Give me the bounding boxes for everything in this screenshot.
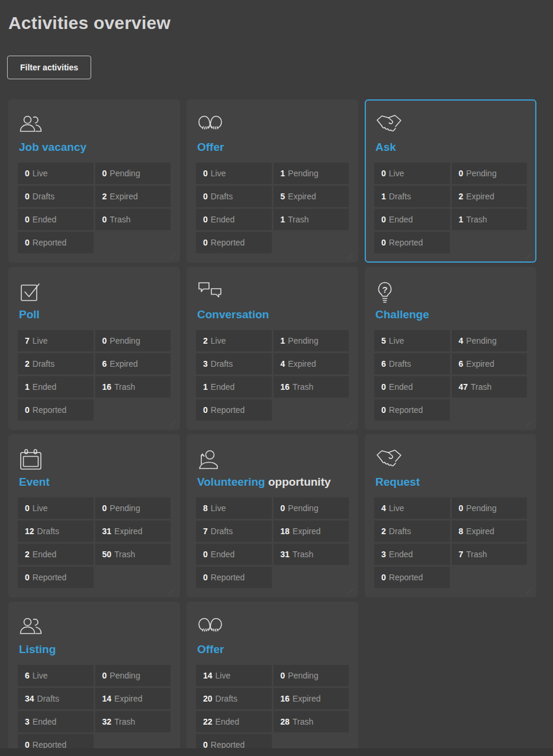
stat-expired[interactable]: 8Expired	[452, 521, 528, 542]
stat-reported[interactable]: 0Reported	[18, 232, 94, 253]
card-title[interactable]: Offer	[197, 140, 349, 154]
stat-ended[interactable]: 0Ended	[196, 544, 272, 565]
stat-pending[interactable]: 0Pending	[95, 163, 171, 184]
stat-pending[interactable]: 0Pending	[95, 497, 171, 519]
stat-ended[interactable]: 0Ended	[196, 209, 272, 230]
activity-card-offer[interactable]: Offer 0Live1Pending0Drafts5Expired0Ended…	[187, 99, 358, 263]
stat-expired[interactable]: 2Expired	[95, 186, 171, 207]
stat-ended[interactable]: 22Ended	[196, 711, 272, 732]
stat-reported[interactable]: 0Reported	[374, 567, 450, 588]
stat-expired[interactable]: 6Expired	[95, 353, 171, 374]
stat-trash[interactable]: 32Trash	[95, 711, 171, 732]
activity-card-challenge[interactable]: ? Challenge 5Live4Pending6Drafts6Expired…	[365, 267, 536, 430]
card-title[interactable]: Ask	[375, 140, 527, 154]
stat-trash[interactable]: 31Trash	[274, 544, 349, 565]
stat-live[interactable]: 8Live	[196, 497, 272, 519]
activity-card-poll[interactable]: Poll 7Live0Pending2Drafts6Expired1Ended1…	[8, 267, 180, 430]
card-title[interactable]: Request	[375, 474, 527, 489]
card-title[interactable]: Poll	[19, 307, 171, 322]
stat-ended[interactable]: 1Ended	[196, 376, 272, 398]
activity-card-request[interactable]: Request 4Live0Pending2Drafts8Expired3End…	[365, 434, 536, 597]
stat-reported[interactable]: 0Reported	[196, 399, 272, 421]
stat-trash[interactable]: 16Trash	[274, 376, 349, 398]
stat-drafts[interactable]: 34Drafts	[18, 688, 94, 709]
stat-pending[interactable]: 0Pending	[95, 330, 171, 351]
stat-live[interactable]: 4Live	[374, 497, 450, 519]
stat-expired[interactable]: 6Expired	[452, 353, 528, 374]
stat-live[interactable]: 0Live	[18, 497, 94, 519]
stat-ended[interactable]: 0Ended	[18, 209, 94, 230]
stat-drafts[interactable]: 0Drafts	[18, 186, 94, 207]
stat-pending[interactable]: 0Pending	[95, 665, 171, 686]
stat-expired[interactable]: 5Expired	[274, 186, 349, 207]
stat-live[interactable]: 6Live	[18, 665, 94, 686]
card-title[interactable]: Volunteering opportunity	[197, 474, 349, 489]
stat-expired[interactable]: 2Expired	[452, 186, 528, 207]
stat-trash[interactable]: 0Trash	[95, 209, 171, 230]
card-title[interactable]: Event	[19, 474, 171, 489]
stat-drafts[interactable]: 0Drafts	[196, 186, 272, 207]
stat-pending[interactable]: 0Pending	[452, 163, 528, 184]
stat-pending[interactable]: 4Pending	[452, 330, 528, 351]
stat-live[interactable]: 0Live	[196, 163, 272, 184]
stat-trash[interactable]: 50Trash	[95, 544, 171, 565]
stat-expired[interactable]: 18Expired	[274, 521, 349, 542]
card-title[interactable]: Challenge	[375, 307, 527, 322]
activity-card-offer[interactable]: Offer 14Live0Pending20Drafts16Expired22E…	[187, 602, 358, 756]
stat-reported[interactable]: 0Reported	[374, 232, 450, 253]
activity-card-conversation[interactable]: Conversation 2Live1Pending3Drafts4Expire…	[187, 267, 358, 430]
stat-reported[interactable]: 0Reported	[196, 232, 272, 253]
stat-pending[interactable]: 0Pending	[452, 497, 528, 519]
activity-card-ask[interactable]: Ask 0Live0Pending1Drafts2Expired0Ended1T…	[365, 99, 536, 263]
stat-reported[interactable]: 0Reported	[196, 567, 272, 588]
stat-drafts[interactable]: 20Drafts	[196, 688, 272, 709]
stat-pending[interactable]: 0Pending	[274, 665, 349, 686]
stat-expired[interactable]: 31Expired	[95, 521, 171, 542]
stat-ended[interactable]: 0Ended	[374, 376, 450, 398]
card-title[interactable]: Job vacancy	[19, 140, 171, 154]
stat-trash[interactable]: 7Trash	[452, 544, 528, 565]
stat-drafts[interactable]: 2Drafts	[374, 521, 450, 542]
stat-trash[interactable]: 47Trash	[452, 376, 528, 398]
filter-activities-button[interactable]: Filter activities	[7, 56, 91, 79]
stat-pending[interactable]: 0Pending	[274, 497, 349, 519]
card-title[interactable]: Offer	[197, 642, 349, 657]
stat-ended[interactable]: 2Ended	[18, 544, 94, 565]
stat-trash[interactable]: 1Trash	[274, 209, 349, 230]
stat-live[interactable]: 5Live	[374, 330, 450, 351]
stat-live[interactable]: 2Live	[196, 330, 272, 351]
stat-trash[interactable]: 1Trash	[452, 209, 528, 230]
stat-expired[interactable]: 4Expired	[274, 353, 349, 374]
stat-expired[interactable]: 16Expired	[274, 688, 349, 709]
stat-live[interactable]: 14Live	[196, 665, 272, 686]
activity-card-event[interactable]: Event 0Live0Pending12Drafts31Expired2End…	[8, 434, 180, 597]
card-title[interactable]: Listing	[19, 642, 171, 657]
stat-reported[interactable]: 0Reported	[374, 399, 450, 421]
stat-reported[interactable]: 0Reported	[18, 567, 94, 588]
stat-pending[interactable]: 1Pending	[274, 163, 349, 184]
stat-live[interactable]: 7Live	[18, 330, 94, 351]
card-title[interactable]: Conversation	[197, 307, 349, 322]
stat-ended[interactable]: 1Ended	[18, 376, 94, 398]
stat-drafts[interactable]: 1Drafts	[374, 186, 450, 207]
activity-card-volunteering-opportunity[interactable]: Volunteering opportunity 8Live0Pending7D…	[187, 434, 358, 597]
stat-drafts[interactable]: 7Drafts	[196, 521, 272, 542]
stat-drafts[interactable]: 2Drafts	[18, 353, 94, 374]
stat-drafts[interactable]: 6Drafts	[374, 353, 450, 374]
stat-value: 0	[102, 336, 107, 345]
stat-live[interactable]: 0Live	[374, 163, 450, 184]
stat-ended[interactable]: 3Ended	[374, 544, 450, 565]
stat-reported[interactable]: 0Reported	[18, 399, 94, 421]
activity-card-listing[interactable]: Listing 6Live0Pending34Drafts14Expired3E…	[8, 602, 180, 756]
checkbox-icon	[19, 281, 171, 303]
stat-live[interactable]: 0Live	[18, 163, 94, 184]
stat-ended[interactable]: 3Ended	[18, 711, 94, 732]
stat-drafts[interactable]: 12Drafts	[18, 521, 94, 542]
stat-trash[interactable]: 28Trash	[274, 711, 349, 732]
stat-pending[interactable]: 1Pending	[274, 330, 349, 351]
stat-trash[interactable]: 16Trash	[95, 376, 171, 398]
stat-ended[interactable]: 0Ended	[374, 209, 450, 230]
stat-expired[interactable]: 14Expired	[95, 688, 171, 709]
activity-card-job-vacancy[interactable]: Job vacancy 0Live0Pending0Drafts2Expired…	[8, 99, 180, 263]
stat-drafts[interactable]: 3Drafts	[196, 353, 272, 374]
